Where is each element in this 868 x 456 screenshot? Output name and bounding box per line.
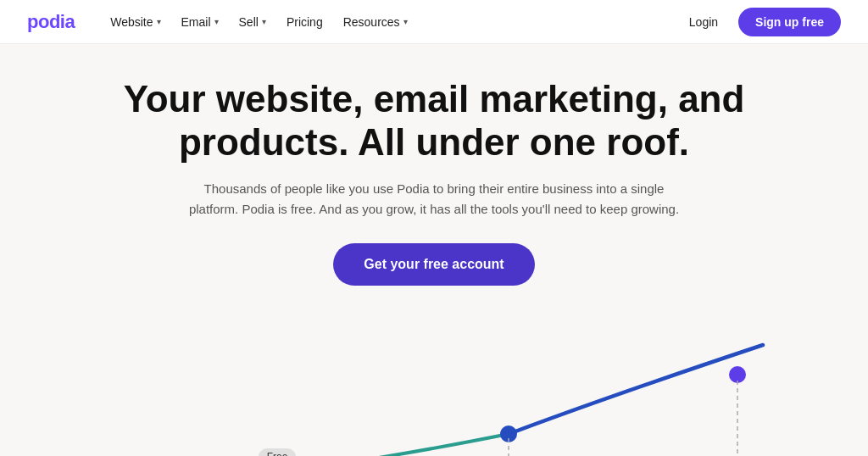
nav-item-pricing[interactable]: Pricing xyxy=(278,10,331,34)
navbar: podia Website ▾ Email ▾ Sell ▾ Pricing R… xyxy=(0,0,868,44)
hero-title: Your website, email marketing, and produ… xyxy=(103,78,765,164)
nav-item-email[interactable]: Email ▾ xyxy=(173,10,227,34)
nav-right: Login Sign up free xyxy=(682,8,841,36)
chevron-down-icon: ▾ xyxy=(262,17,266,26)
chevron-down-icon: ▾ xyxy=(157,17,161,26)
build-badge-text: Free xyxy=(267,451,288,456)
nav-item-resources[interactable]: Resources ▾ xyxy=(335,10,416,34)
nav-item-sell[interactable]: Sell ▾ xyxy=(231,10,275,34)
growth-chart: Free Free xyxy=(0,328,868,456)
hero-section: Your website, email marketing, and produ… xyxy=(0,44,868,320)
login-button[interactable]: Login xyxy=(682,10,725,34)
chart-svg: Free Free xyxy=(0,328,868,456)
logo[interactable]: podia xyxy=(27,11,75,33)
nav-item-website[interactable]: Website ▾ xyxy=(102,10,169,34)
signup-button[interactable]: Sign up free xyxy=(738,8,841,36)
chevron-down-icon: ▾ xyxy=(403,17,408,26)
chevron-down-icon: ▾ xyxy=(214,17,219,26)
cta-button[interactable]: Get your free account xyxy=(333,243,534,286)
nav-links: Website ▾ Email ▾ Sell ▾ Pricing Resourc… xyxy=(102,10,682,34)
hero-subtitle: Thousands of people like you use Podia t… xyxy=(180,179,688,220)
